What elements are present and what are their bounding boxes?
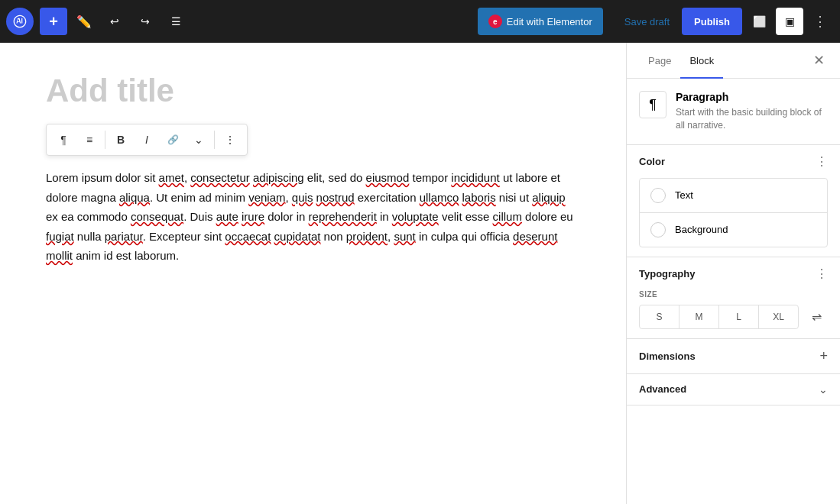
typography-section-title: Typography <box>639 268 695 279</box>
paragraph-icon: ¶ <box>60 134 66 146</box>
add-block-button[interactable]: + <box>40 8 67 35</box>
size-btn-s[interactable]: S <box>640 305 679 328</box>
text-color-circle <box>650 188 666 203</box>
size-btn-xl[interactable]: XL <box>759 305 798 328</box>
list-view-button[interactable]: ☰ <box>162 8 190 35</box>
advanced-section-title: Advanced <box>639 383 686 395</box>
redo-button[interactable]: ↪ <box>131 8 159 35</box>
color-option-text[interactable]: Text <box>640 179 827 213</box>
settings-button[interactable]: ▣ <box>776 8 803 35</box>
tab-block[interactable]: Block <box>680 43 723 79</box>
size-settings-icon: ⇌ <box>812 309 822 324</box>
advanced-section: Advanced ⌄ <box>627 374 840 405</box>
color-options: Text Background <box>639 178 828 247</box>
size-btn-l[interactable]: L <box>719 305 759 328</box>
sidebar-tabs: Page Block ✕ <box>627 43 840 79</box>
dimensions-section: Dimensions + <box>627 339 840 374</box>
bold-icon: B <box>117 134 125 146</box>
more-formats-button[interactable]: ⌄ <box>186 128 211 152</box>
undo-button[interactable]: ↩ <box>101 8 128 35</box>
dimensions-panel-header[interactable]: Dimensions + <box>639 348 828 364</box>
typography-menu-button[interactable]: ⋮ <box>816 267 828 281</box>
color-menu-button[interactable]: ⋮ <box>816 154 828 169</box>
dimensions-add-button[interactable]: + <box>819 348 828 364</box>
advanced-toggle-button[interactable]: ⌄ <box>819 383 828 396</box>
color-option-background[interactable]: Background <box>640 213 827 247</box>
right-sidebar: Page Block ✕ ¶ Paragraph Start with the … <box>626 43 840 504</box>
background-color-label: Background <box>675 224 728 235</box>
typography-panel-header[interactable]: Typography ⋮ <box>639 267 828 281</box>
background-color-circle <box>650 222 666 237</box>
main-toolbar: + ✏️ ↩ ↪ ☰ e Edit with Elementor Save dr… <box>0 0 840 43</box>
link-icon: 🔗 <box>167 134 179 145</box>
bold-button[interactable]: B <box>109 128 133 152</box>
elementor-icon: e <box>488 15 502 28</box>
block-description: Start with the basic building block of a… <box>676 106 828 132</box>
italic-icon: I <box>145 134 148 146</box>
toolbar-divider-2 <box>214 131 215 149</box>
more-options-button[interactable]: ⋮ <box>806 8 834 35</box>
inline-toolbar: ¶ ≡ B I 🔗 ⌄ ⋮ <box>46 124 248 156</box>
text-color-label: Text <box>675 189 693 201</box>
italic-button[interactable]: I <box>135 128 159 152</box>
color-section-title: Color <box>639 156 665 167</box>
edit-mode-button[interactable]: ✏️ <box>70 8 98 35</box>
block-options-button[interactable]: ⋮ <box>218 128 242 152</box>
dimensions-section-title: Dimensions <box>639 351 696 362</box>
align-button[interactable]: ≡ <box>77 128 102 152</box>
preview-button[interactable]: ⬜ <box>745 8 773 35</box>
save-draft-button[interactable]: Save draft <box>615 11 679 32</box>
size-label: SIZE <box>639 290 828 299</box>
tab-page[interactable]: Page <box>639 43 680 79</box>
publish-button[interactable]: Publish <box>682 8 742 35</box>
block-panel: ¶ Paragraph Start with the basic buildin… <box>627 79 840 145</box>
align-icon: ≡ <box>86 134 92 146</box>
block-info: Paragraph Start with the basic building … <box>676 91 828 132</box>
size-controls-row: S M L XL ⇌ <box>639 305 828 329</box>
edit-elementor-button[interactable]: e Edit with Elementor <box>478 8 603 35</box>
block-name: Paragraph <box>676 91 828 103</box>
paragraph-block-icon: ¶ <box>649 97 657 113</box>
wp-logo[interactable] <box>6 8 34 35</box>
body-text[interactable]: Lorem ipsum dolor sit amet, consectetur … <box>46 168 580 266</box>
size-btn-m[interactable]: M <box>679 305 719 328</box>
edit-elementor-label: Edit with Elementor <box>507 16 592 27</box>
main-area: Add title ¶ ≡ B I 🔗 ⌄ ⋮ <box>0 43 840 504</box>
color-section: Color ⋮ Text Background <box>627 145 840 257</box>
toolbar-divider-1 <box>105 131 105 149</box>
link-button[interactable]: 🔗 <box>161 128 185 152</box>
color-panel-header[interactable]: Color ⋮ <box>639 154 828 169</box>
page-title[interactable]: Add title <box>46 73 580 108</box>
typography-section: Typography ⋮ SIZE S M L XL ⇌ <box>627 257 840 339</box>
advanced-panel-header[interactable]: Advanced ⌄ <box>639 383 828 396</box>
size-settings-button[interactable]: ⇌ <box>805 305 828 328</box>
close-sidebar-button[interactable]: ✕ <box>810 43 828 78</box>
chevron-down-icon: ⌄ <box>194 134 203 146</box>
size-buttons: S M L XL <box>639 305 799 329</box>
editor-area[interactable]: Add title ¶ ≡ B I 🔗 ⌄ ⋮ <box>0 43 626 504</box>
ellipsis-icon: ⋮ <box>225 134 235 146</box>
paragraph-style-button[interactable]: ¶ <box>51 128 76 152</box>
block-icon: ¶ <box>639 91 666 118</box>
